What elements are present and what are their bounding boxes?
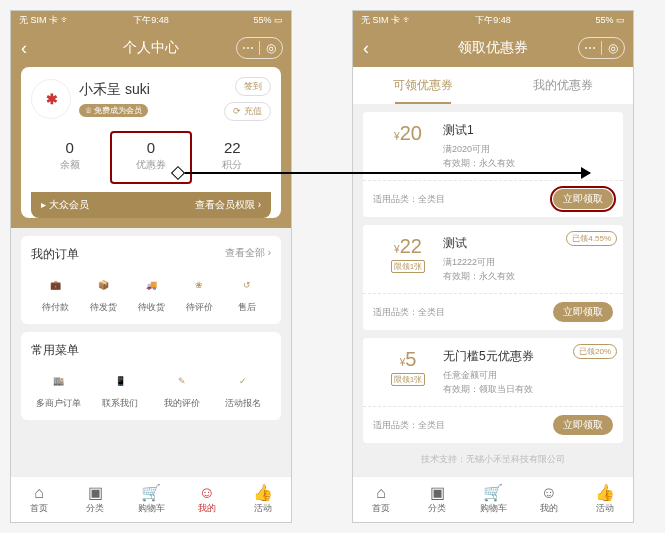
coupon-condition: 任意金额可用 — [443, 369, 613, 383]
orders-section: 我的订单 查看全部 › 💼待付款 📦待发货 🚚待收货 ❀待评价 ↺售后 — [21, 236, 281, 324]
order-pending-pay[interactable]: 💼待付款 — [31, 273, 79, 314]
section-title: 我的订单 — [31, 246, 79, 263]
category-icon: ▣ — [430, 485, 445, 501]
back-icon[interactable]: ‹ — [21, 38, 27, 59]
scroll-content[interactable]: 签到 ⟳ 充值 ✱ 小禾呈 suki ♕ 免费成为会员 0余额 0优惠券 — [11, 67, 291, 476]
more-icon[interactable]: ⋯ — [579, 38, 601, 58]
tab-available[interactable]: 可领优惠券 — [353, 67, 493, 104]
order-pending-review[interactable]: ❀待评价 — [175, 273, 223, 314]
nav-mine[interactable]: ☺我的 — [521, 477, 577, 522]
nav-cart[interactable]: 🛒购物车 — [123, 477, 179, 522]
coupon-value: ¥22限领1张 — [373, 235, 443, 283]
menu-contact[interactable]: 📱联系我们 — [93, 369, 149, 410]
coupon-card: ¥20测试1满2020可用有效期：永久有效适用品类：全类目立即领取 — [363, 112, 623, 217]
miniapp-capsule[interactable]: ⋯ ◎ — [578, 37, 625, 59]
cart-icon: 🛒 — [483, 485, 503, 501]
shop-icon: 🏬 — [47, 369, 71, 393]
nav-category[interactable]: ▣分类 — [409, 477, 465, 522]
coupon-scope: 适用品类：全类目 — [373, 306, 445, 319]
coupon-value: ¥5限领1张 — [373, 348, 443, 396]
back-icon[interactable]: ‹ — [363, 38, 369, 59]
status-bar: 无 SIM 卡 ᯤ 下午9:48 55% ▭ — [11, 11, 291, 29]
claim-button[interactable]: 立即领取 — [553, 189, 613, 209]
order-pending-receive[interactable]: 🚚待收货 — [127, 273, 175, 314]
wallet-icon: 💼 — [43, 273, 67, 297]
user-card: 签到 ⟳ 充值 ✱ 小禾呈 suki ♕ 免费成为会员 0余额 0优惠券 — [21, 67, 281, 218]
coupon-name: 测试1 — [443, 122, 613, 139]
menu-activity[interactable]: ✓活动报名 — [216, 369, 272, 410]
nav-activity[interactable]: 👍活动 — [235, 477, 291, 522]
menu-section: 常用菜单 🏬多商户订单 📱联系我们 ✎我的评价 ✓活动报名 — [21, 332, 281, 420]
bottom-nav: ⌂首页 ▣分类 🛒购物车 ☺我的 👍活动 — [353, 476, 633, 522]
nav-home[interactable]: ⌂首页 — [353, 477, 409, 522]
phone-coupons: 无 SIM 卡 ᯤ 下午9:48 55% ▭ ‹ 领取优惠券 ⋯ ◎ 可领优惠券… — [352, 10, 634, 523]
member-badge[interactable]: ♕ 免费成为会员 — [79, 104, 148, 117]
coupon-card: ¥5限领1张无门槛5元优惠券任意金额可用有效期：领取当日有效已领20%适用品类：… — [363, 338, 623, 443]
box-icon: 📦 — [91, 273, 115, 297]
review-icon: ✎ — [170, 369, 194, 393]
thumb-icon: 👍 — [253, 485, 273, 501]
user-icon: ☺ — [541, 485, 557, 501]
coupon-progress: 已领20% — [573, 344, 617, 359]
nav-home[interactable]: ⌂首页 — [11, 477, 67, 522]
category-icon: ▣ — [88, 485, 103, 501]
coupon-condition: 满12222可用 — [443, 256, 613, 270]
status-bar: 无 SIM 卡 ᯤ 下午9:48 55% ▭ — [353, 11, 633, 29]
recharge-button[interactable]: ⟳ 充值 — [224, 102, 271, 121]
coupon-scope: 适用品类：全类目 — [373, 419, 445, 432]
coupon-condition: 满2020可用 — [443, 143, 613, 157]
claim-button[interactable]: 立即领取 — [553, 415, 613, 435]
coupon-expiry: 有效期：领取当日有效 — [443, 383, 613, 397]
miniapp-capsule[interactable]: ⋯ ◎ — [236, 37, 283, 59]
annotation-arrow — [178, 172, 590, 174]
page-title: 领取优惠券 — [458, 39, 528, 57]
flower-icon: ❀ — [187, 273, 211, 297]
thumb-icon: 👍 — [595, 485, 615, 501]
tech-support: 技术支持：无锡小禾呈科技有限公司 — [353, 443, 633, 476]
nav-bar: ‹ 个人中心 ⋯ ◎ — [11, 29, 291, 67]
home-icon: ⌂ — [34, 485, 44, 501]
coupon-card: ¥22限领1张测试满12222可用有效期：永久有效已领4.55%适用品类：全类目… — [363, 225, 623, 330]
menu-multishop[interactable]: 🏬多商户订单 — [31, 369, 87, 410]
phone-icon: 📱 — [108, 369, 132, 393]
order-aftersale[interactable]: ↺售后 — [223, 273, 271, 314]
nav-category[interactable]: ▣分类 — [67, 477, 123, 522]
activity-icon: ✓ — [231, 369, 255, 393]
nav-mine[interactable]: ☺我的 — [179, 477, 235, 522]
coupon-expiry: 有效期：永久有效 — [443, 270, 613, 284]
refund-icon: ↺ — [235, 273, 259, 297]
menu-reviews[interactable]: ✎我的评价 — [154, 369, 210, 410]
tab-mine[interactable]: 我的优惠券 — [493, 67, 633, 104]
stat-points[interactable]: 22积分 — [194, 133, 271, 192]
close-icon[interactable]: ◎ — [602, 38, 624, 58]
order-pending-ship[interactable]: 📦待发货 — [79, 273, 127, 314]
more-icon[interactable]: ⋯ — [237, 38, 259, 58]
scroll-content[interactable]: 可领优惠券 我的优惠券 ¥20测试1满2020可用有效期：永久有效适用品类：全类… — [353, 67, 633, 476]
close-icon[interactable]: ◎ — [260, 38, 282, 58]
page-title: 个人中心 — [123, 39, 179, 57]
coupon-value: ¥20 — [373, 122, 443, 170]
home-icon: ⌂ — [376, 485, 386, 501]
phone-profile: 无 SIM 卡 ᯤ 下午9:48 55% ▭ ‹ 个人中心 ⋯ ◎ 签到 ⟳ 充… — [10, 10, 292, 523]
view-all-orders[interactable]: 查看全部 › — [225, 246, 271, 263]
coupon-tabs: 可领优惠券 我的优惠券 — [353, 67, 633, 104]
nav-bar: ‹ 领取优惠券 ⋯ ◎ — [353, 29, 633, 67]
coupon-scope: 适用品类：全类目 — [373, 193, 445, 206]
claim-button[interactable]: 立即领取 — [553, 302, 613, 322]
avatar[interactable]: ✱ — [31, 79, 71, 119]
nav-activity[interactable]: 👍活动 — [577, 477, 633, 522]
truck-icon: 🚚 — [139, 273, 163, 297]
user-icon: ☺ — [199, 485, 215, 501]
bottom-nav: ⌂首页 ▣分类 🛒购物车 ☺我的 👍活动 — [11, 476, 291, 522]
nickname: 小禾呈 suki — [79, 81, 150, 99]
cart-icon: 🛒 — [141, 485, 161, 501]
section-title: 常用菜单 — [31, 342, 79, 359]
stat-balance[interactable]: 0余额 — [31, 133, 108, 192]
signin-button[interactable]: 签到 — [235, 77, 271, 96]
nav-cart[interactable]: 🛒购物车 — [465, 477, 521, 522]
member-bar[interactable]: ▸ 大众会员查看会员权限 › — [31, 192, 271, 218]
coupon-progress: 已领4.55% — [566, 231, 617, 246]
